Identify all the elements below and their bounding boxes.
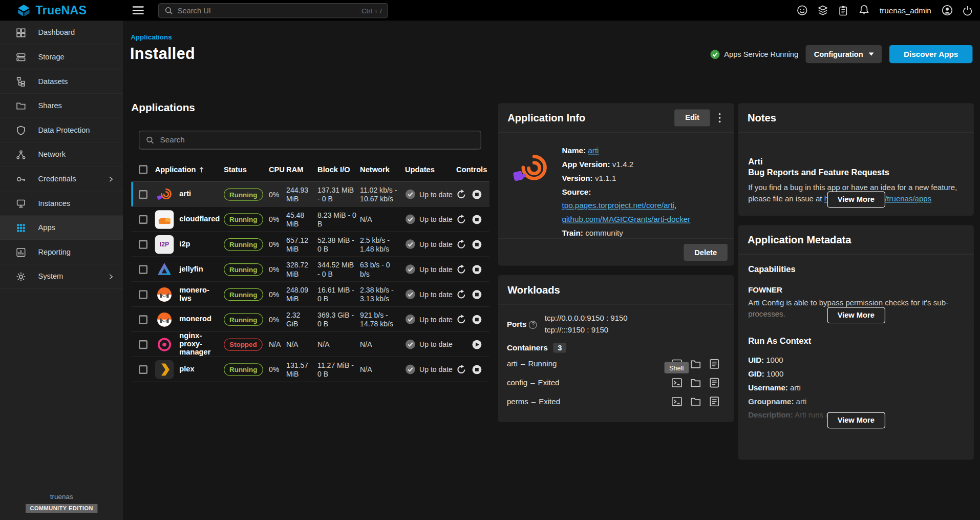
edit-button[interactable]: Edit xyxy=(675,109,710,126)
app-name: monerod xyxy=(179,315,211,323)
ports-row: Ports? tcp://0.0.0.0:9150 : 9150 tcp://:… xyxy=(507,313,724,336)
sidebar-item-dashboard[interactable]: Dashboard xyxy=(0,20,123,45)
stop-app-button[interactable] xyxy=(472,364,482,375)
container-logs-button[interactable] xyxy=(709,358,720,369)
row-checkbox[interactable] xyxy=(139,365,147,373)
container-logs-button[interactable] xyxy=(709,377,720,388)
container-shell-button[interactable] xyxy=(671,396,683,407)
app-name-link[interactable]: arti xyxy=(588,147,599,155)
sidebar-item-network[interactable]: Network xyxy=(0,142,123,167)
more-options-icon[interactable] xyxy=(715,110,724,124)
block-io-value: 16.61 MiB - 0 B xyxy=(317,285,360,303)
updates-cell: Up to date xyxy=(405,214,456,224)
stop-app-button[interactable] xyxy=(472,264,482,275)
menu-toggle-icon[interactable] xyxy=(133,6,144,14)
feedback-icon[interactable] xyxy=(796,4,808,16)
discover-apps-button[interactable]: Discover Apps xyxy=(889,45,972,63)
sidebar-item-apps[interactable]: Apps xyxy=(0,216,123,240)
configuration-button[interactable]: Configuration xyxy=(806,45,882,63)
column-ram[interactable]: RAM xyxy=(286,165,317,174)
column-network[interactable]: Network xyxy=(360,165,405,174)
app-row-arti[interactable]: arti Running 0% 244.93 MiB 137.31 MiB - … xyxy=(131,182,489,207)
app-row-cloudflared[interactable]: cloudflared Running 0% 45.48 MiB 8.23 Mi… xyxy=(131,207,489,232)
container-volumes-button[interactable] xyxy=(690,377,701,388)
stop-app-button[interactable] xyxy=(472,289,482,300)
monero-lws-app-icon xyxy=(155,285,174,304)
row-checkbox[interactable] xyxy=(139,265,147,274)
application-metadata-card: Application Metadata Capabilities FOWNER… xyxy=(738,225,974,460)
column-cpu[interactable]: CPU xyxy=(269,165,286,174)
truenas-logo[interactable]: TrueNAS xyxy=(0,4,123,17)
stop-app-button[interactable] xyxy=(472,314,482,324)
restart-app-button[interactable] xyxy=(456,214,466,224)
column-updates[interactable]: Updates xyxy=(405,165,456,174)
restart-app-button[interactable] xyxy=(456,364,466,375)
apps-search-input[interactable] xyxy=(160,136,474,144)
user-menu-icon[interactable] xyxy=(941,4,953,16)
sidebar-item-credentials[interactable]: Credentials xyxy=(0,167,123,192)
row-checkbox[interactable] xyxy=(139,290,147,299)
container-volumes-button[interactable] xyxy=(690,358,701,369)
select-all-checkbox[interactable] xyxy=(139,165,147,174)
block-io-value: 344.52 MiB - 0 B xyxy=(317,260,360,278)
row-checkbox[interactable] xyxy=(139,340,147,348)
column-status[interactable]: Status xyxy=(224,165,269,174)
update-stack-icon[interactable] xyxy=(817,4,829,16)
sidebar-item-reporting[interactable]: Reporting xyxy=(0,240,123,265)
status-badge: Running xyxy=(224,313,263,325)
global-search-input[interactable] xyxy=(178,6,357,15)
jobs-icon[interactable] xyxy=(837,4,849,16)
app-row-plex[interactable]: plex Running 0% 131.57 MiB 11.27 MiB - 0… xyxy=(131,357,489,382)
row-checkbox[interactable] xyxy=(139,315,147,324)
sidebar-item-system[interactable]: System xyxy=(0,264,123,289)
start-app-button[interactable] xyxy=(472,339,482,349)
notes-view-more-button[interactable]: View More xyxy=(827,192,885,208)
container-shell-button[interactable] xyxy=(671,377,683,388)
sidebar-label: Datasets xyxy=(38,77,68,86)
app-row-nginx-proxy-manager[interactable]: nginx-proxy-manager Stopped N/A N/A N/A … xyxy=(131,332,489,357)
restart-app-button[interactable] xyxy=(456,289,466,300)
power-icon[interactable] xyxy=(961,4,973,16)
sidebar-item-storage[interactable]: Storage xyxy=(0,45,123,70)
column-block-io[interactable]: Block I/O xyxy=(317,165,360,174)
sidebar-footer: truenas COMMUNITY EDITION xyxy=(0,493,123,513)
app-row-i2p[interactable]: I2Pi2p Running 0% 657.12 MiB 52.38 MiB -… xyxy=(131,232,489,257)
run-as-view-more-button[interactable]: View More xyxy=(827,412,885,428)
top-bar: TrueNAS Ctrl + / truenas_admin xyxy=(0,0,980,20)
sidebar-item-instances[interactable]: Instances xyxy=(0,192,123,216)
stop-app-button[interactable] xyxy=(472,239,482,249)
network-value: 11.02 kb/s - 10.67 kb/s xyxy=(360,185,405,203)
status-badge: Running xyxy=(224,263,263,275)
column-application[interactable]: Application xyxy=(155,165,224,174)
capabilities-view-more-button[interactable]: View More xyxy=(827,307,885,323)
network-value: N/A xyxy=(360,365,405,373)
restart-app-button[interactable] xyxy=(456,189,466,199)
ports-info-icon[interactable]: ? xyxy=(529,321,537,329)
app-name: cloudflared xyxy=(179,215,220,223)
row-checkbox[interactable] xyxy=(139,240,147,248)
app-row-jellyfin[interactable]: jellyfin Running 0% 328.72 MiB 344.52 Mi… xyxy=(131,257,489,282)
stop-app-button[interactable] xyxy=(472,189,482,199)
container-logs-button[interactable] xyxy=(709,396,720,407)
row-checkbox[interactable] xyxy=(139,190,147,198)
stop-app-button[interactable] xyxy=(472,214,482,224)
delete-button[interactable]: Delete xyxy=(684,244,727,261)
sidebar-item-shares[interactable]: Shares xyxy=(0,94,123,118)
row-checkbox[interactable] xyxy=(139,215,147,223)
apps-grid-icon xyxy=(16,222,27,233)
apps-search[interactable] xyxy=(139,131,481,150)
restart-app-button[interactable] xyxy=(456,239,466,249)
source-link-2[interactable]: github.com/MAGICGrants/arti-docker xyxy=(562,215,690,224)
restart-app-button[interactable] xyxy=(456,314,466,324)
alerts-bell-icon[interactable] xyxy=(858,4,870,16)
app-row-monero-lws[interactable]: monero-lws Running 0% 248.09 MiB 16.61 M… xyxy=(131,282,489,307)
sidebar-item-datasets[interactable]: Datasets xyxy=(0,69,123,94)
status-badge: Stopped xyxy=(224,338,263,350)
global-search[interactable]: Ctrl + / xyxy=(158,3,388,17)
source-link-1[interactable]: tpo.pages.torproject.net/core/arti xyxy=(562,201,674,210)
container-volumes-button[interactable] xyxy=(690,396,701,407)
restart-app-button[interactable] xyxy=(456,264,466,275)
sidebar-item-data-protection[interactable]: Data Protection xyxy=(0,118,123,143)
app-row-monerod[interactable]: monerod Running 0% 2.32 GiB 369.3 GiB - … xyxy=(131,307,489,332)
breadcrumb[interactable]: Applications xyxy=(131,33,172,41)
